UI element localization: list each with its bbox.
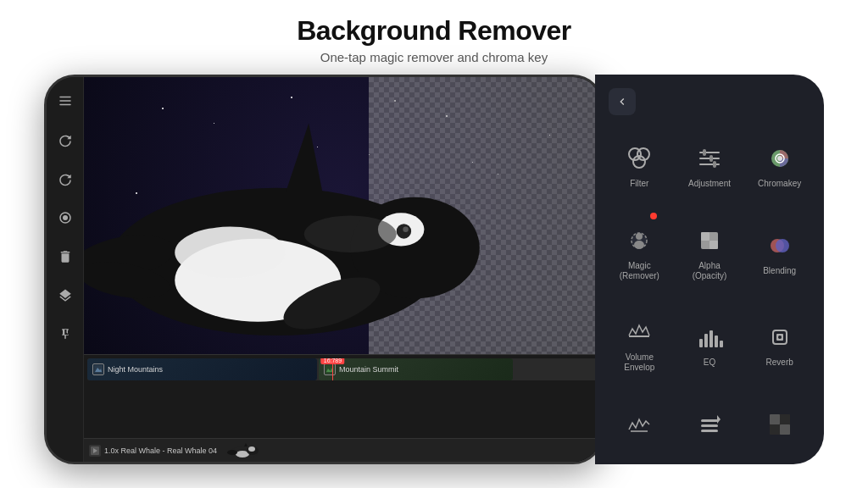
svg-rect-68	[780, 414, 790, 424]
header-section: Background Remover One-tap magic remover…	[297, 0, 571, 71]
svg-rect-53	[699, 339, 703, 347]
timeline-tracks: 16:789 Night Mountains	[84, 355, 601, 438]
page-wrapper: Background Remover One-tap magic remover…	[0, 0, 868, 488]
svg-rect-2	[59, 104, 71, 106]
record-icon[interactable]	[53, 206, 77, 230]
svg-point-40	[777, 156, 782, 161]
layers-icon[interactable]	[53, 284, 77, 308]
clip-night-mountains[interactable]: Night Mountains	[87, 358, 317, 380]
playhead: 16:789	[332, 358, 333, 380]
svg-point-29	[227, 450, 237, 455]
panel-item-blending[interactable]: Blending	[745, 208, 814, 298]
reverb-label: Reverb	[766, 358, 793, 368]
whale-thumbnail	[225, 442, 259, 459]
reverb-icon	[763, 320, 797, 354]
svg-rect-38	[713, 161, 716, 168]
panel-grid: Filter Adjustment	[595, 122, 824, 464]
panel-item-reverb[interactable]: Reverb	[745, 299, 814, 390]
timeline-track-main: 16:789 Night Mountains	[87, 358, 598, 380]
panel-item-alpha[interactable]: Alpha(Opacity)	[676, 208, 744, 298]
device-container: 16:789 Night Mountains	[44, 75, 824, 473]
svg-point-4	[63, 215, 68, 220]
svg-point-44	[634, 241, 644, 249]
bottom-clip-label: 1.0x Real Whale - Real Whale 04	[104, 446, 217, 455]
panel-item-row4a[interactable]	[605, 391, 674, 462]
row4c-icon	[763, 408, 797, 441]
timeline-bottom-track[interactable]: 1.0x Real Whale - Real Whale 04	[84, 438, 601, 462]
svg-marker-65	[717, 415, 721, 424]
svg-point-51	[776, 239, 789, 252]
filter-label: Filter	[630, 179, 648, 189]
video-clip-icon	[89, 445, 101, 457]
delete-icon[interactable]	[53, 245, 77, 269]
svg-point-60	[778, 336, 782, 339]
volume-icon	[622, 315, 656, 349]
panel-item-row4b[interactable]	[676, 391, 744, 462]
row4b-icon	[693, 408, 726, 441]
svg-rect-63	[701, 424, 718, 427]
phone-frame: 16:789 Night Mountains	[44, 75, 604, 464]
menu-icon[interactable]	[53, 89, 77, 113]
svg-rect-55	[709, 330, 713, 347]
playhead-time: 16:789	[321, 358, 344, 364]
svg-rect-35	[699, 164, 720, 165]
page-subtitle: One-tap magic remover and chroma key	[297, 50, 571, 64]
svg-rect-54	[704, 334, 708, 347]
panel-item-eq[interactable]: EQ	[676, 299, 744, 390]
panel-item-magic-remover[interactable]: Magic(Remover)	[605, 208, 674, 298]
svg-marker-11	[285, 123, 322, 192]
svg-marker-28	[244, 443, 248, 446]
back-button[interactable]	[609, 88, 636, 115]
panel-item-adjustment[interactable]: Adjustment	[676, 125, 744, 206]
clip-icon-mountains	[92, 363, 104, 375]
magic-remover-icon	[622, 224, 656, 258]
svg-rect-69	[770, 424, 780, 435]
filter-icon	[622, 141, 656, 175]
app-canvas: 16:789 Night Mountains	[84, 77, 601, 462]
svg-rect-67	[770, 414, 780, 424]
undo-icon[interactable]	[53, 128, 77, 152]
page-title: Background Remover	[297, 15, 571, 47]
svg-point-15	[303, 215, 396, 252]
alpha-icon	[693, 224, 726, 258]
svg-point-10	[403, 227, 409, 233]
svg-rect-49	[701, 232, 718, 249]
app-sidebar	[47, 77, 84, 462]
adjustment-label: Adjustment	[688, 179, 731, 189]
pin-icon[interactable]	[53, 323, 77, 347]
svg-rect-70	[780, 424, 790, 435]
svg-point-27	[248, 446, 255, 452]
eq-icon	[693, 320, 726, 354]
svg-rect-33	[699, 152, 720, 153]
svg-rect-62	[701, 419, 718, 422]
clip-icon-summit	[324, 363, 336, 375]
clip-label-mountains: Night Mountains	[108, 365, 163, 374]
alpha-label: Alpha(Opacity)	[693, 261, 727, 281]
svg-rect-52	[629, 336, 649, 337]
redo-icon[interactable]	[53, 167, 77, 191]
chromakey-icon	[763, 141, 797, 175]
panel-item-chromakey[interactable]: Chromakey	[745, 125, 814, 206]
svg-rect-1	[59, 100, 71, 102]
svg-rect-0	[59, 97, 71, 98]
clip-label-summit: Mountain Summit	[339, 365, 398, 374]
magic-remover-label: Magic(Remover)	[620, 261, 659, 281]
blending-icon	[763, 229, 797, 263]
svg-rect-36	[703, 149, 706, 156]
volume-label: VolumeEnvelop	[624, 352, 654, 373]
svg-point-16	[175, 227, 286, 279]
panel-item-filter[interactable]: Filter	[605, 125, 674, 206]
clip-mountain-summit[interactable]: Mountain Summit	[319, 358, 513, 380]
panel-item-volume[interactable]: VolumeEnvelop	[605, 299, 674, 390]
panel-item-row4c[interactable]	[745, 391, 814, 462]
orca-image	[84, 77, 549, 354]
timeline-area: 16:789 Night Mountains	[84, 354, 601, 462]
svg-rect-56	[715, 336, 718, 347]
chromakey-label: Chromakey	[758, 179, 801, 189]
svg-rect-37	[709, 155, 713, 162]
svg-rect-64	[701, 430, 718, 432]
blending-label: Blending	[763, 266, 796, 276]
right-panel: Filter Adjustment	[595, 75, 824, 464]
adjustment-icon	[693, 141, 726, 175]
panel-back-row	[595, 75, 824, 122]
